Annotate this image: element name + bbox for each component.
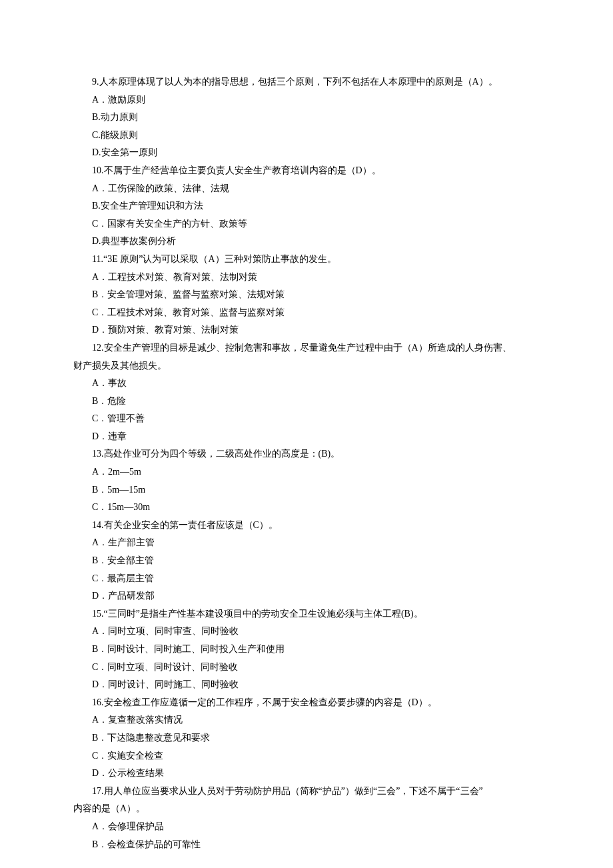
question-stem: 17.用人单位应当要求从业人员对于劳动防护用品（简称“护品”）做到“三会”，下述… <box>73 783 540 801</box>
option: B．危险 <box>73 393 540 411</box>
question-stem: 12.安全生产管理的目标是减少、控制危害和事故，尽量避免生产过程中由于（A）所造… <box>73 339 540 357</box>
option: D.安全第一原则 <box>73 144 540 162</box>
option: C．15m—30m <box>73 499 540 517</box>
option: C．管理不善 <box>73 410 540 428</box>
question-stem: 9.人本原理体现了以人为本的指导思想，包括三个原则，下列不包括在人本原理中的原则… <box>73 73 540 91</box>
option: C．国家有关安全生产的方针、政策等 <box>73 215 540 233</box>
question-stem: 15.“三同时”是指生产性基本建设项目中的劳动安全卫生设施必须与主体工程(B)。 <box>73 605 540 623</box>
option: B.安全生产管理知识和方法 <box>73 197 540 215</box>
option: A．工程技术对策、教育对策、法制对策 <box>73 269 540 287</box>
option: A．复查整改落实情况 <box>73 711 540 729</box>
question-stem: 13.高处作业可分为四个等级，二级高处作业的高度是：(B)。 <box>73 445 540 463</box>
option: A．会修理保护品 <box>73 818 540 836</box>
question-stem-continuation: 内容的是（A）。 <box>73 800 540 818</box>
option: B．同时设计、同时施工、同时投入生产和使用 <box>73 641 540 659</box>
option: C．工程技术对策、教育对策、监督与监察对策 <box>73 304 540 322</box>
document-body: 9.人本原理体现了以人为本的指导思想，包括三个原则，下列不包括在人本原理中的原则… <box>73 73 540 853</box>
question-stem: 11.“3E 原则”认为可以采取（A）三种对策防止事故的发生。 <box>73 251 540 269</box>
option: A．生产部主管 <box>73 534 540 552</box>
option: B．5m—15m <box>73 481 540 499</box>
option: D.典型事故案例分析 <box>73 233 540 251</box>
option: B．下达隐患整改意见和要求 <box>73 729 540 747</box>
option: C．实施安全检查 <box>73 747 540 765</box>
option: D．产品研发部 <box>73 587 540 605</box>
option: C．同时立项、同时设计、同时验收 <box>73 659 540 677</box>
option: A．事故 <box>73 375 540 393</box>
option: D．预防对策、教育对策、法制对策 <box>73 321 540 339</box>
option: C．最高层主管 <box>73 570 540 588</box>
question-stem: 10.不属于生产经营单位主要负责人安全生产教育培训内容的是（D）。 <box>73 162 540 180</box>
question-stem-continuation: 财产损失及其他损失。 <box>73 357 540 375</box>
option: D．同时设计、同时施工、同时验收 <box>73 676 540 694</box>
option: A．2m—5m <box>73 463 540 481</box>
option: D．公示检查结果 <box>73 765 540 783</box>
question-stem: 16.安全检查工作应遵循一定的工作程序，不属于安全检查必要步骤的内容是（D）。 <box>73 694 540 712</box>
option: A．工伤保险的政策、法律、法规 <box>73 180 540 198</box>
option: B.动力原则 <box>73 109 540 127</box>
option: B．安全管理对策、监督与监察对策、法规对策 <box>73 286 540 304</box>
option: A．激励原则 <box>73 91 540 109</box>
option: B．安全部主管 <box>73 552 540 570</box>
option: C.能级原则 <box>73 127 540 145</box>
option: D．违章 <box>73 428 540 446</box>
option: B．会检查保护品的可靠性 <box>73 836 540 854</box>
option: A．同时立项、同时审查、同时验收 <box>73 623 540 641</box>
question-stem: 14.有关企业安全的第一责任者应该是（C）。 <box>73 517 540 535</box>
